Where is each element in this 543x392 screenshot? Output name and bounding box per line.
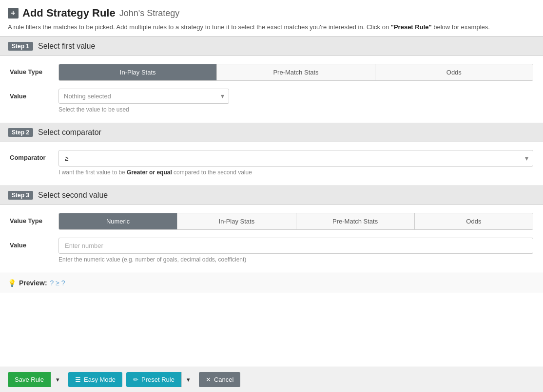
page-header: + Add Strategy Rule John's Strategy A ru… — [0, 0, 543, 37]
tab-inplay-stats-1[interactable]: In-Play Stats — [59, 64, 217, 80]
step2-badge: Step 2 — [8, 128, 33, 137]
step3-body: Value Type Numeric In-Play Stats Pre-Mat… — [0, 205, 543, 273]
comparator-select-wrapper: ≥ ▾ — [58, 150, 533, 167]
save-rule-button[interactable]: Save Rule — [8, 372, 51, 387]
page-description: A rule filters the matches to be picked.… — [8, 22, 535, 32]
step3-value-row: Value Enter the numeric value (e.g. numb… — [10, 238, 533, 263]
tab-prematch-stats-1[interactable]: Pre-Match Stats — [217, 64, 375, 80]
step3-badge: Step 3 — [8, 191, 33, 200]
step1-field-hint: Select the value to be used — [58, 106, 533, 113]
save-rule-dropdown-button[interactable]: ▾ — [51, 372, 64, 387]
preview-label: Preview: — [19, 279, 47, 287]
step1-title: Select first value — [38, 42, 95, 51]
comparator-emphasis: Greater or equal — [127, 169, 172, 176]
step1-value-content: Nothing selected ▾ Select the value to b… — [58, 89, 533, 113]
tab-odds-1[interactable]: Odds — [375, 64, 533, 80]
step1-value-type-row: Value Type In-Play Stats Pre-Match Stats… — [10, 64, 533, 81]
step3-value-content: Enter the numeric value (e.g. number of … — [58, 238, 533, 263]
preset-rule-highlight: "Preset Rule" — [391, 23, 432, 31]
preset-rule-button[interactable]: ✏ Preset Rule — [126, 372, 181, 387]
step3-section: Step 3 Select second value Value Type Nu… — [0, 186, 543, 273]
step2-header: Step 2 Select comparator — [0, 123, 543, 142]
step1-header: Step 1 Select first value — [0, 37, 543, 56]
title-row: + Add Strategy Rule John's Strategy — [8, 7, 535, 19]
easy-mode-icon: ☰ — [75, 376, 81, 383]
tab-odds-3[interactable]: Odds — [415, 213, 533, 229]
step2-body: Comparator ≥ ▾ I want the first value to… — [0, 142, 543, 186]
easy-mode-button[interactable]: ☰ Easy Mode — [68, 372, 122, 387]
strategy-name: John's Strategy — [119, 8, 180, 19]
step1-section: Step 1 Select first value Value Type In-… — [0, 37, 543, 123]
cancel-icon: ✕ — [206, 376, 211, 383]
step2-section: Step 2 Select comparator Comparator ≥ ▾ … — [0, 123, 543, 186]
step1-value-type-label: Value Type — [10, 64, 49, 75]
step1-badge: Step 1 — [8, 42, 33, 51]
preset-icon: ✏ — [133, 376, 138, 383]
cancel-label: Cancel — [214, 376, 233, 383]
page-wrapper: + Add Strategy Rule John's Strategy A ru… — [0, 0, 543, 392]
step1-value-select[interactable]: Nothing selected — [58, 89, 229, 104]
step3-value-type-row: Value Type Numeric In-Play Stats Pre-Mat… — [10, 213, 533, 230]
easy-mode-label: Easy Mode — [84, 376, 116, 383]
step1-toggle-group: In-Play Stats Pre-Match Stats Odds — [58, 64, 533, 81]
preview-value: ? ≥ ? — [50, 279, 65, 287]
step3-value-type-label: Value Type — [10, 213, 49, 224]
comparator-hint: I want the first value to be Greater or … — [58, 169, 533, 176]
lightbulb-icon: 💡 — [8, 279, 16, 287]
step2-title: Select comparator — [38, 128, 101, 137]
step3-toggle-group: Numeric In-Play Stats Pre-Match Stats Od… — [58, 213, 533, 230]
comparator-label: Comparator — [10, 150, 49, 161]
save-rule-group: Save Rule ▾ — [8, 372, 64, 387]
step3-header: Step 3 Select second value — [0, 186, 543, 205]
step1-value-row: Value Nothing selected ▾ Select the valu… — [10, 89, 533, 113]
preset-rule-group: ✏ Preset Rule ▾ — [126, 372, 195, 387]
preset-rule-dropdown-button[interactable]: ▾ — [181, 372, 195, 387]
step3-field-hint: Enter the numeric value (e.g. number of … — [58, 256, 533, 263]
page-title: Add Strategy Rule — [22, 7, 116, 19]
tab-numeric[interactable]: Numeric — [59, 213, 177, 229]
step1-select-wrapper: Nothing selected ▾ — [58, 89, 229, 104]
footer-bar: Save Rule ▾ ☰ Easy Mode ✏ Preset Rule ▾ … — [0, 367, 543, 392]
cancel-button[interactable]: ✕ Cancel — [199, 372, 240, 387]
add-icon: + — [8, 8, 19, 19]
comparator-select[interactable]: ≥ — [58, 150, 533, 167]
step3-value-label: Value — [10, 238, 49, 249]
step1-body: Value Type In-Play Stats Pre-Match Stats… — [0, 56, 543, 123]
preview-bar: 💡 Preview: ? ≥ ? — [0, 273, 543, 293]
tab-prematch-stats-3[interactable]: Pre-Match Stats — [296, 213, 415, 229]
step3-number-input[interactable] — [58, 238, 533, 254]
comparator-content: ≥ ▾ I want the first value to be Greater… — [58, 150, 533, 176]
tab-inplay-stats-3[interactable]: In-Play Stats — [177, 213, 296, 229]
step1-value-label: Value — [10, 89, 49, 100]
comparator-row: Comparator ≥ ▾ I want the first value to… — [10, 150, 533, 176]
preset-label: Preset Rule — [141, 376, 175, 383]
step3-title: Select second value — [38, 191, 108, 200]
